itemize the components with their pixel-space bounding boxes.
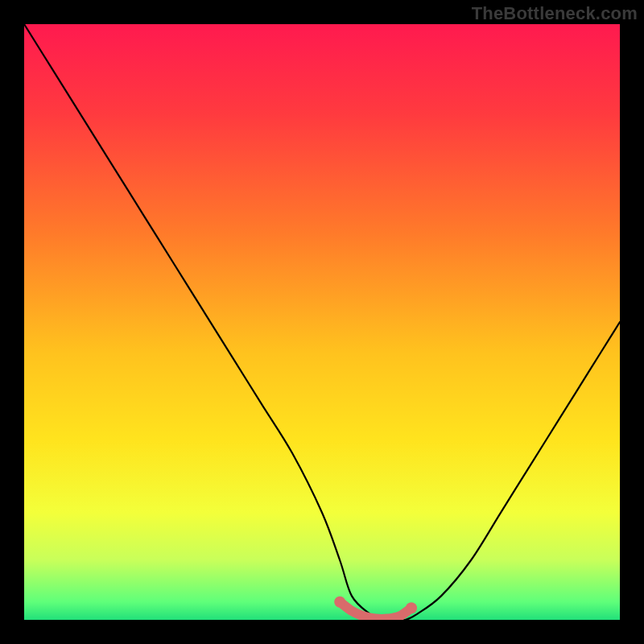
gradient-background: [24, 24, 620, 620]
svg-point-2: [406, 602, 417, 613]
svg-point-1: [334, 597, 345, 608]
bottleneck-chart: [0, 0, 644, 644]
watermark-text: TheBottleneck.com: [472, 3, 638, 24]
chart-frame: { "watermark": "TheBottleneck.com", "col…: [0, 0, 644, 644]
